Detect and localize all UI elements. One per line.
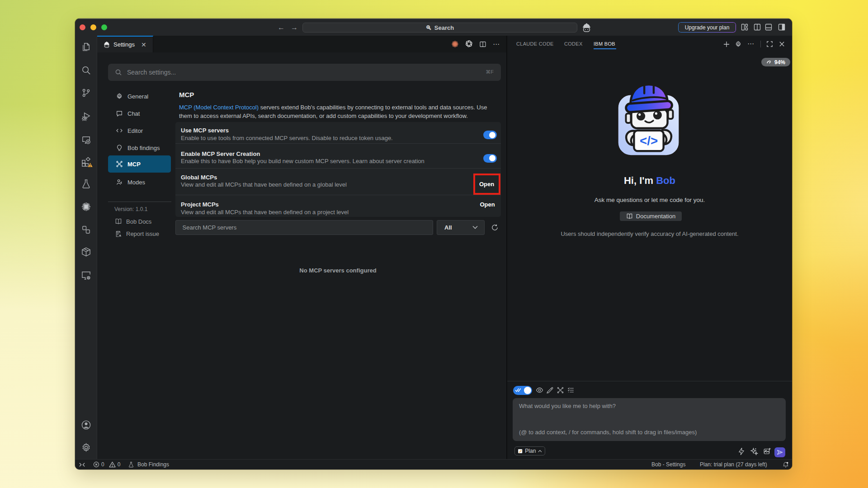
svg-text:</>: </>	[640, 134, 658, 148]
